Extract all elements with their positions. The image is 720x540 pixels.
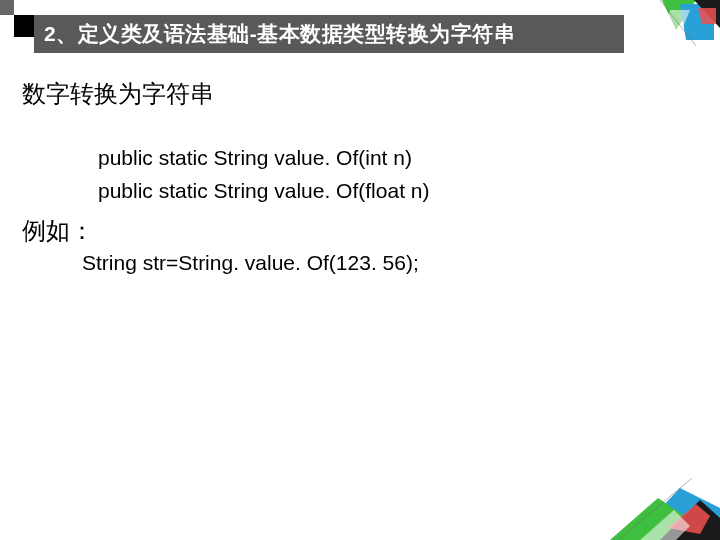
corner-white-notch bbox=[14, 0, 34, 15]
code-line-1: public static String value. Of(int n) bbox=[98, 142, 698, 175]
section-title: 数字转换为字符串 bbox=[22, 78, 698, 110]
decoration-top-right bbox=[624, 0, 720, 46]
code-line-2: public static String value. Of(float n) bbox=[98, 175, 698, 208]
content-area: 数字转换为字符串 public static String value. Of(… bbox=[22, 78, 698, 275]
example-code: String str=String. value. Of(123. 56); bbox=[82, 251, 698, 275]
example-label: 例如： bbox=[22, 215, 698, 247]
title-bar: 2、定义类及语法基础-基本数据类型转换为字符串 bbox=[34, 15, 624, 53]
decoration-bottom-right bbox=[610, 468, 720, 540]
title-text: 2、定义类及语法基础-基本数据类型转换为字符串 bbox=[44, 20, 515, 48]
corner-black-block bbox=[14, 15, 34, 37]
slide-root: 2、定义类及语法基础-基本数据类型转换为字符串 数字转换为字符串 public … bbox=[0, 0, 720, 540]
